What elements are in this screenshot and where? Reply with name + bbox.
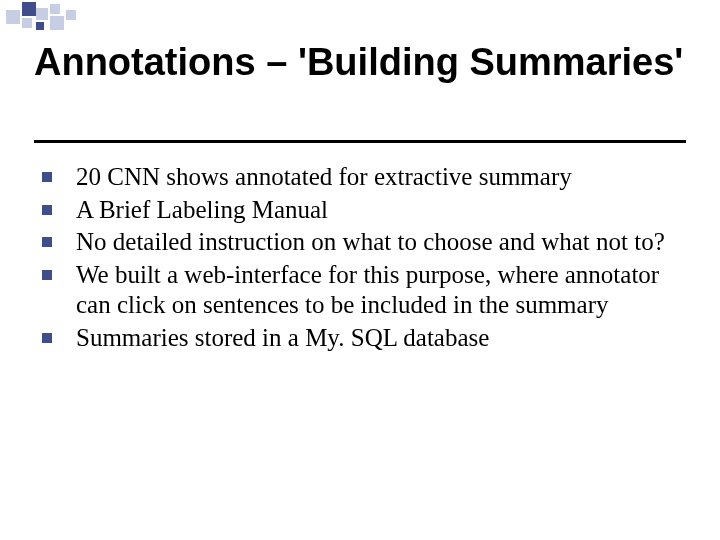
list-item: We built a web-interface for this purpos…: [42, 260, 682, 321]
slide: Annotations – 'Building Summaries' 20 CN…: [0, 0, 720, 540]
bullet-list: 20 CNN shows annotated for extractive su…: [42, 162, 682, 353]
decorative-squares: [0, 0, 720, 32]
list-item-text: We built a web-interface for this purpos…: [76, 261, 659, 319]
list-item: 20 CNN shows annotated for extractive su…: [42, 162, 682, 193]
list-item-text: 20 CNN shows annotated for extractive su…: [76, 163, 572, 190]
list-item-text: Summaries stored in a My. SQL database: [76, 324, 489, 351]
square-bullet-icon: [42, 270, 52, 280]
list-item: A Brief Labeling Manual: [42, 195, 682, 226]
square-bullet-icon: [42, 205, 52, 215]
list-item-text: A Brief Labeling Manual: [76, 196, 328, 223]
list-item: Summaries stored in a My. SQL database: [42, 323, 682, 354]
square-bullet-icon: [42, 237, 52, 247]
slide-title: Annotations – 'Building Summaries': [34, 42, 684, 84]
square-bullet-icon: [42, 333, 52, 343]
slide-body: 20 CNN shows annotated for extractive su…: [42, 162, 682, 355]
list-item-text: No detailed instruction on what to choos…: [76, 228, 665, 255]
square-bullet-icon: [42, 172, 52, 182]
list-item: No detailed instruction on what to choos…: [42, 227, 682, 258]
title-underline: [34, 140, 686, 143]
